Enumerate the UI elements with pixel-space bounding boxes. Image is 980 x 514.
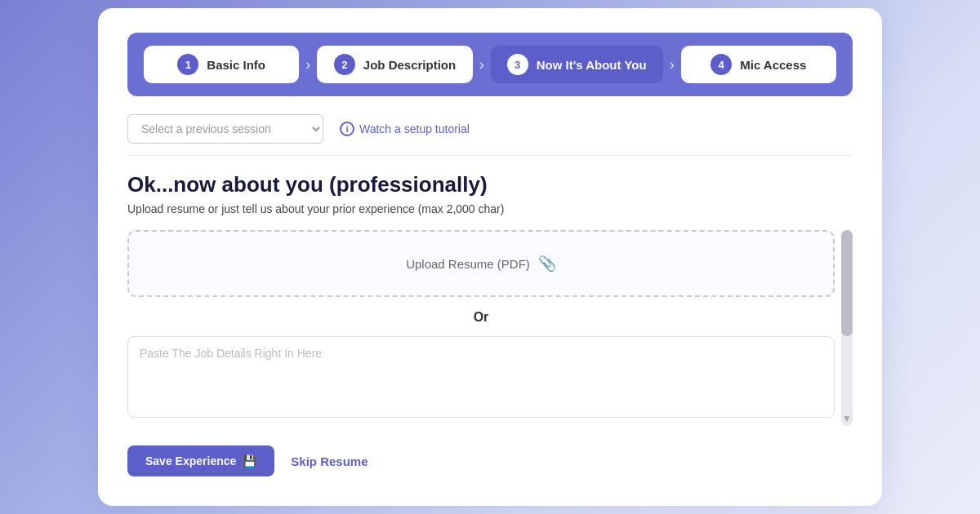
paste-textarea[interactable] — [127, 336, 835, 418]
scrollbar-thumb[interactable] — [841, 230, 853, 336]
main-title: Ok...now about you (professionally) — [127, 172, 853, 197]
upload-icon: 📎 — [538, 255, 556, 273]
scroll-down-arrow[interactable]: ▼ — [841, 411, 853, 426]
arrow-3: › — [663, 56, 681, 73]
upload-label: Upload Resume (PDF) — [406, 257, 530, 271]
steps-bar: 1 Basic Info › 2 Job Description › 3 Now… — [127, 33, 853, 96]
step-4-number: 4 — [710, 54, 732, 75]
step-2-number: 2 — [334, 54, 355, 75]
step-1-label: Basic Info — [207, 58, 265, 72]
step-basic-info[interactable]: 1 Basic Info — [144, 46, 299, 83]
save-experience-button[interactable]: Save Experience 💾 — [127, 445, 274, 476]
bottom-actions: Save Experience 💾 Skip Resume — [127, 445, 853, 476]
step-about-you[interactable]: 3 Now It's About You — [491, 46, 663, 83]
step-4-label: Mic Access — [740, 58, 806, 72]
main-card: 1 Basic Info › 2 Job Description › 3 Now… — [98, 8, 882, 506]
scrollbar-track[interactable]: ▲ ▼ — [841, 230, 853, 426]
step-2-label: Job Description — [363, 58, 456, 72]
tutorial-link[interactable]: i Watch a setup tutorial — [340, 122, 470, 136]
step-3-label: Now It's About You — [537, 58, 647, 72]
step-mic-access[interactable]: 4 Mic Access — [681, 46, 836, 83]
session-select[interactable]: Select a previous session — [127, 114, 323, 144]
session-row: Select a previous session i Watch a setu… — [127, 114, 853, 156]
info-icon: i — [340, 122, 354, 136]
form-section: Upload Resume (PDF) 📎 Or — [127, 230, 835, 426]
skip-resume-button[interactable]: Skip Resume — [291, 454, 368, 468]
upload-resume-box[interactable]: Upload Resume (PDF) 📎 — [127, 230, 835, 297]
arrow-1: › — [299, 56, 317, 73]
save-experience-label: Save Experience — [145, 454, 236, 467]
save-experience-icon: 💾 — [243, 454, 256, 467]
content-area: Upload Resume (PDF) 📎 Or ▲ ▼ — [127, 230, 853, 426]
step-1-number: 1 — [177, 54, 198, 75]
step-job-description[interactable]: 2 Job Description — [317, 46, 472, 83]
step-3-number: 3 — [507, 54, 528, 75]
main-subtitle: Upload resume or just tell us about your… — [127, 202, 853, 215]
or-divider: Or — [127, 310, 835, 325]
tutorial-link-text: Watch a setup tutorial — [359, 122, 470, 135]
arrow-2: › — [473, 56, 491, 73]
